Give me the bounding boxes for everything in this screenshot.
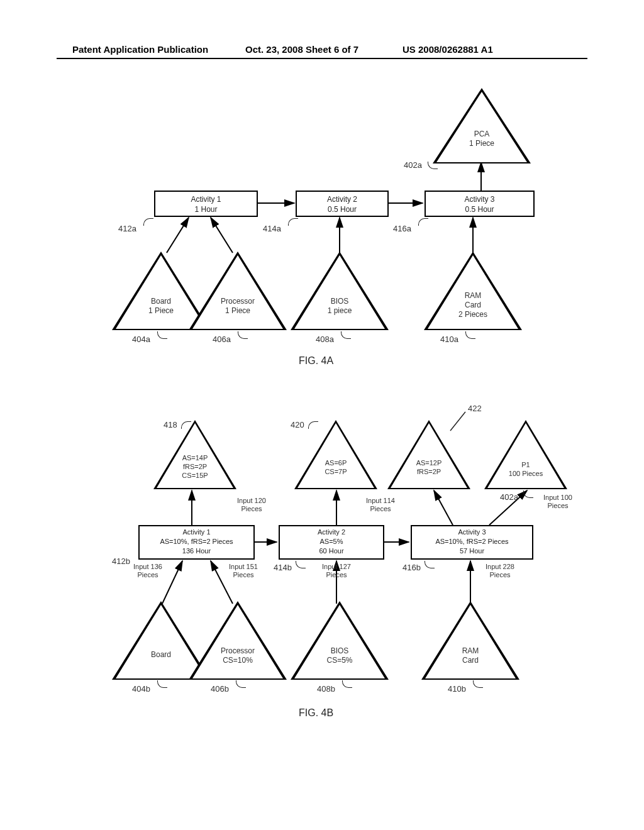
biosb-l1: BIOS (313, 646, 366, 656)
activity3-line2: 0.5 Hour (426, 204, 533, 214)
ram-line1: RAM (447, 291, 499, 301)
edge-in114: Input 114Pieces (358, 497, 402, 513)
ram-line2: Card (447, 301, 499, 310)
activity2-box: Activity 2 0.5 Hour (296, 191, 389, 217)
hook-416b (425, 561, 435, 568)
edge-in100: Input 100Pieces (536, 494, 580, 510)
hook-404a (157, 331, 167, 339)
activity2b-box: Activity 2 AS=5% 60 Hour (279, 525, 384, 560)
activity3b-l1: Activity 3 (412, 528, 532, 537)
ref-406b: 406b (211, 684, 229, 694)
ref-414b: 414b (274, 563, 292, 572)
activity3b-box: Activity 3 AS=10%, fRS=2 Pieces 57 Hour (411, 525, 533, 560)
ref-416b: 416b (402, 563, 421, 572)
hook-410b (473, 680, 483, 688)
pca-line2: 1 Piece (457, 139, 507, 148)
activity2b-l3: 60 Hour (280, 546, 383, 556)
activity3-line1: Activity 3 (426, 194, 533, 204)
ref-406a: 406a (213, 335, 231, 344)
activity1-line2: 1 Hour (155, 204, 257, 214)
edge-in228: Input 228Pieces (478, 563, 522, 579)
fig4a-arrows (0, 88, 644, 377)
hook-416a (418, 218, 428, 226)
hook-408a (341, 331, 351, 339)
ref-404a: 404a (132, 335, 150, 344)
ref-410a: 410a (440, 335, 458, 344)
hook-408b (342, 680, 352, 688)
ref-408b: 408b (317, 684, 335, 694)
edge-in120: Input 120Pieces (230, 497, 274, 513)
figure-4b: 418 AS=14P fRS=2P CS=15P 420 AS=6P CS=7P… (0, 396, 644, 773)
figure-4b-caption: FIG. 4B (299, 707, 333, 719)
hook-414b (296, 561, 306, 568)
hook-406b (236, 680, 246, 688)
activity2b-l2: AS=5% (280, 537, 383, 546)
bios-line2: 1 piece (313, 306, 366, 316)
svg-line-3 (167, 218, 189, 253)
pca-line1: PCA (457, 130, 507, 139)
tri418-l3: CS=15P (171, 472, 219, 480)
ref-402a: 402a (404, 160, 422, 170)
activity2b-l1: Activity 2 (280, 528, 383, 537)
boardb-l1: Board (135, 650, 187, 660)
ref-408a: 408a (316, 335, 334, 344)
ramb-l2: Card (444, 656, 497, 665)
hook-412a (143, 218, 153, 226)
hook-410a (465, 331, 475, 339)
p1-l2: 100 Pieces (498, 470, 553, 479)
activity2-line2: 0.5 Hour (297, 204, 387, 214)
tri420-l1: AS=6P (312, 459, 360, 468)
edge-in151: Input 151Pieces (221, 563, 265, 579)
activity1b-box: Activity 1 AS=10%, fRS=2 Pieces 136 Hour (138, 525, 255, 560)
p1-l1: P1 (498, 461, 553, 470)
activity1b-l1: Activity 1 (140, 528, 253, 537)
procb-l2: CS=10% (211, 656, 264, 665)
header-left: Patent Application Publication (72, 44, 208, 55)
edge-in136: Input 136Pieces (126, 563, 170, 579)
tri418-l1: AS=14P (171, 454, 219, 463)
ram-line3: 2 Pieces (447, 310, 499, 319)
tri422-l2: fRS=2P (405, 468, 453, 477)
processor-line1: Processor (211, 297, 264, 306)
header-right: US 2008/0262881 A1 (402, 44, 493, 55)
bios-line1: BIOS (313, 297, 366, 306)
tri418-l2: fRS=2P (171, 463, 219, 472)
procb-l1: Processor (211, 646, 264, 656)
activity3b-l3: 57 Hour (412, 546, 532, 556)
processor-line2: 1 Piece (211, 306, 264, 316)
hook-414a (288, 218, 298, 226)
hook-406a (238, 331, 248, 339)
figure-4a-caption: FIG. 4A (299, 355, 333, 367)
activity1b-l2: AS=10%, fRS=2 Pieces (140, 537, 253, 546)
ref-404b: 404b (132, 684, 150, 694)
activity3-box: Activity 3 0.5 Hour (425, 191, 535, 217)
figure-4a: PCA 1 Piece 402a Activity 1 1 Hour 412a … (0, 88, 644, 377)
activity2-line1: Activity 2 (297, 194, 387, 204)
ref-402a-b: 402a (500, 492, 518, 502)
hook-402a-b (523, 490, 533, 498)
hook-404b (157, 680, 167, 688)
activity1b-l3: 136 Hour (140, 546, 253, 556)
svg-line-9 (434, 490, 453, 525)
activity3b-l2: AS=10%, fRS=2 Pieces (412, 537, 532, 546)
edge-in127: Input 127Pieces (314, 563, 358, 579)
ref-414a: 414a (263, 224, 281, 233)
board-line1: Board (135, 297, 187, 306)
ref-412a: 412a (118, 224, 136, 233)
tri422-l1: AS=12P (405, 459, 453, 468)
header-rule (57, 58, 587, 59)
activity1-box: Activity 1 1 Hour (154, 191, 258, 217)
ref-410b: 410b (448, 684, 466, 694)
header-center: Oct. 23, 2008 Sheet 6 of 7 (245, 44, 358, 55)
biosb-l2: CS=5% (313, 656, 366, 665)
activity1-line1: Activity 1 (155, 194, 257, 204)
tri420-l2: CS=7P (312, 468, 360, 477)
ref-416a: 416a (393, 224, 411, 233)
ref-422: 422 (468, 404, 482, 413)
ramb-l1: RAM (444, 646, 497, 656)
svg-line-4 (211, 218, 233, 253)
board-line2: 1 Piece (135, 306, 187, 316)
hook-402a (428, 162, 438, 169)
